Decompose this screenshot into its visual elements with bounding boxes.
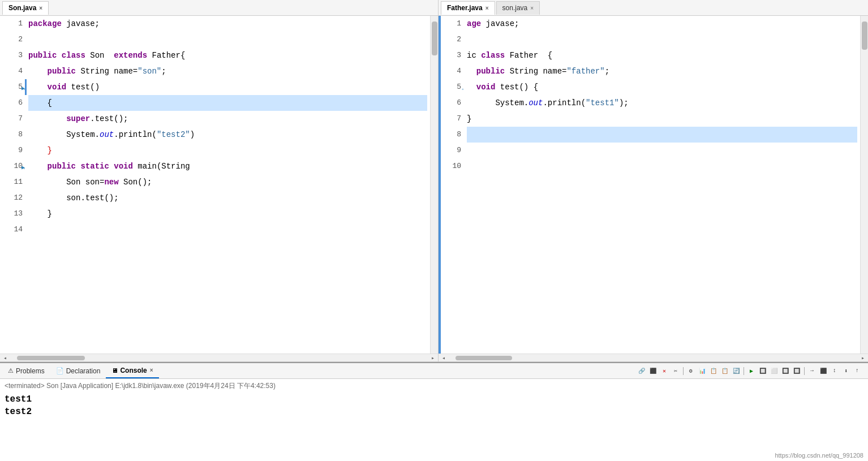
toolbar-updown-btn[interactable]: ↕ xyxy=(830,366,840,376)
toolbar-stop-btn[interactable]: ⬛ xyxy=(648,366,658,376)
code-line-14 xyxy=(28,222,427,238)
right-line-num-6: 6 xyxy=(443,95,461,111)
tab-console-label: Console xyxy=(120,367,147,374)
line-num-3: 3 xyxy=(5,48,23,63)
right-code-line-3: ic class Father { xyxy=(467,48,857,63)
bottom-panel: ⚠ Problems 📄 Declaration 🖥 Console × 🔗 ⬛… xyxy=(0,362,868,461)
right-scroll-left-arrow[interactable]: ◂ xyxy=(442,355,445,361)
left-vscrollbar-thumb[interactable] xyxy=(432,21,437,55)
tab-problems[interactable]: ⚠ Problems xyxy=(2,363,50,378)
toolbar-sep-2 xyxy=(744,367,744,375)
toolbar-cut-btn[interactable]: ✂ xyxy=(671,366,681,376)
console-output: test1 test2 xyxy=(5,393,863,419)
right-hscrollbar[interactable]: ◂ ▸ xyxy=(439,354,868,361)
toolbar-down-btn[interactable]: ⬇ xyxy=(841,366,851,376)
toolbar-box2-btn[interactable]: ⬜ xyxy=(769,366,779,376)
left-tab-close[interactable]: × xyxy=(39,5,42,11)
code-line-8: System.out.println("test2") xyxy=(28,127,427,143)
toolbar-settings-btn[interactable]: ⚙ xyxy=(686,366,696,376)
line-num-13: 13 xyxy=(5,206,23,222)
toolbar-up-btn[interactable]: ↑ xyxy=(852,366,862,376)
toolbar-clear-btn[interactable]: ✕ xyxy=(659,366,669,376)
right-tab-son-java[interactable]: son.java × xyxy=(496,1,540,15)
console-icon: 🖥 xyxy=(111,367,118,374)
tab-console[interactable]: 🖥 Console × xyxy=(106,363,158,378)
toolbar-box1-btn[interactable]: 🔲 xyxy=(758,366,768,376)
toolbar-run-btn[interactable]: ▶ xyxy=(746,366,757,376)
declaration-icon: 📄 xyxy=(56,367,64,374)
toolbar-copy2-btn[interactable]: 📋 xyxy=(720,366,730,376)
left-code-content: 1 2 3 4 5◦ 6 7 8 9 10◦ 11 12 13 14 packa… xyxy=(0,16,438,354)
toolbar-refresh-btn[interactable]: 🔄 xyxy=(731,366,741,376)
line-num-14: 14 xyxy=(5,222,23,238)
right-tab-son-close[interactable]: × xyxy=(530,5,534,11)
right-code-lines[interactable]: age javase; ic class Father { public Str… xyxy=(464,16,860,354)
line-num-5: 5◦ xyxy=(5,79,23,95)
right-code-line-5: void test() { xyxy=(467,79,857,95)
left-tab-label: Son.java xyxy=(8,4,36,12)
line-num-11: 11 xyxy=(5,174,23,190)
bottom-tab-bar: ⚠ Problems 📄 Declaration 🖥 Console × 🔗 ⬛… xyxy=(0,363,868,379)
right-tab-father-close[interactable]: × xyxy=(485,5,489,11)
toolbar-arrow-btn[interactable]: → xyxy=(807,366,817,376)
right-line-num-4: 4 xyxy=(443,63,461,79)
toolbar-box4-btn[interactable]: 🔲 xyxy=(792,366,802,376)
line-indicator-5 xyxy=(25,79,27,95)
left-vscrollbar[interactable] xyxy=(430,16,438,354)
tab-declaration-label: Declaration xyxy=(66,367,101,375)
left-hscrollbar-thumb[interactable] xyxy=(17,356,85,360)
right-line-num-3: 3 xyxy=(443,48,461,63)
console-terminated-text: <terminated> Son [Java Application] E:\j… xyxy=(5,381,863,391)
line-num-4: 4 xyxy=(5,63,23,79)
right-code-line-8 xyxy=(467,127,857,143)
right-code-line-4: public String name="father"; xyxy=(467,63,857,79)
bottom-tabs: ⚠ Problems 📄 Declaration 🖥 Console × xyxy=(2,363,159,378)
right-pane-blue-bar xyxy=(439,16,441,354)
toolbar-sep-1 xyxy=(683,367,684,375)
right-tab-father-java[interactable]: Father.java × xyxy=(441,1,495,15)
code-line-10: public static void main(String xyxy=(28,158,427,174)
left-scroll-right-arrow[interactable]: ▸ xyxy=(431,355,435,361)
code-line-5: void test() xyxy=(28,79,427,95)
console-output-line-1: test1 xyxy=(5,393,863,406)
right-tab-son-label: son.java xyxy=(502,4,528,12)
code-line-1: package javase; xyxy=(28,16,427,32)
toolbar-block-btn[interactable]: ⬛ xyxy=(818,366,828,376)
right-vscrollbar-thumb[interactable] xyxy=(862,21,867,50)
right-tab-bar: Father.java × son.java × xyxy=(439,0,868,16)
left-editor-pane: Son.java × 1 2 3 4 5◦ 6 7 8 9 10◦ 11 12 … xyxy=(0,0,439,361)
code-line-7: super.test(); xyxy=(28,111,427,127)
right-code-line-9 xyxy=(467,143,857,158)
tab-declaration[interactable]: 📄 Declaration xyxy=(50,363,106,378)
toolbar-chart-btn[interactable]: 📊 xyxy=(697,366,707,376)
left-scroll-left-arrow[interactable]: ◂ xyxy=(3,355,7,361)
line-num-9: 9 xyxy=(5,143,23,158)
bottom-right-link: https://blog.csdn.net/qq_991208 xyxy=(775,452,863,459)
problems-icon: ⚠ xyxy=(8,367,14,374)
left-code-lines[interactable]: package javase; public class Son extends… xyxy=(25,16,430,354)
right-scroll-right-arrow[interactable]: ▸ xyxy=(861,355,865,361)
code-line-13: } xyxy=(28,206,427,222)
right-code-line-7: } xyxy=(467,111,857,127)
console-tab-close[interactable]: × xyxy=(150,367,153,373)
tab-problems-label: Problems xyxy=(16,367,45,375)
right-line-num-8: 8 xyxy=(443,127,461,143)
code-line-12: son.test(); xyxy=(28,190,427,206)
code-line-4: public String name="son"; xyxy=(28,63,427,79)
right-code-line-6: System.out.println("test1"); xyxy=(467,95,857,111)
right-code-line-1: age javase; xyxy=(467,16,857,32)
toolbar-copy1-btn[interactable]: 📋 xyxy=(708,366,719,376)
toolbar-pin-btn[interactable]: 🔗 xyxy=(637,366,647,376)
right-vscrollbar[interactable] xyxy=(860,16,868,354)
left-hscrollbar[interactable]: ◂ ▸ xyxy=(0,354,438,361)
right-hscrollbar-thumb[interactable] xyxy=(456,356,512,360)
line-num-6: 6 xyxy=(5,95,23,111)
right-editor-pane: Father.java × son.java × 1 2 3 4 5◦ 6 7 … xyxy=(439,0,868,361)
right-line-num-2: 2 xyxy=(443,32,461,48)
line-num-8: 8 xyxy=(5,127,23,143)
right-line-numbers: 1 2 3 4 5◦ 6 7 8 9 10 xyxy=(439,16,464,354)
code-line-2 xyxy=(28,32,427,48)
right-line-num-7: 7 xyxy=(443,111,461,127)
left-tab-son-java[interactable]: Son.java × xyxy=(2,1,49,15)
toolbar-box3-btn[interactable]: 🔲 xyxy=(780,366,790,376)
